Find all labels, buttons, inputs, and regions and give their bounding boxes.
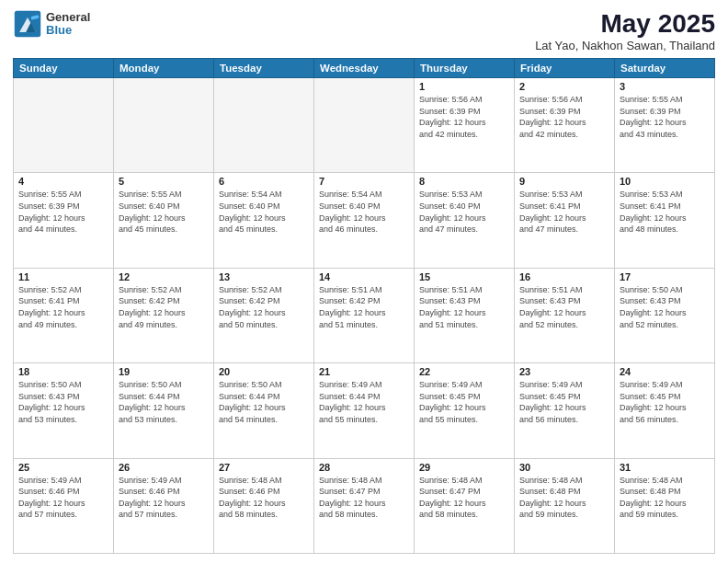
page-header: General Blue May 2025 Lat Yao, Nakhon Sa… [13, 9, 715, 52]
day-info: Sunrise: 5:56 AM Sunset: 6:39 PM Dayligh… [419, 94, 509, 140]
calendar-cell: 20Sunrise: 5:50 AM Sunset: 6:44 PM Dayli… [214, 363, 314, 458]
col-thursday: Thursday [415, 59, 515, 78]
day-number: 6 [219, 176, 309, 187]
col-sunday: Sunday [14, 59, 114, 78]
calendar-cell [14, 78, 114, 173]
calendar-cell: 26Sunrise: 5:49 AM Sunset: 6:46 PM Dayli… [114, 458, 214, 553]
calendar-cell: 10Sunrise: 5:53 AM Sunset: 6:41 PM Dayli… [615, 173, 715, 268]
day-number: 1 [419, 81, 509, 92]
day-info: Sunrise: 5:49 AM Sunset: 6:46 PM Dayligh… [18, 475, 108, 521]
calendar-cell: 6Sunrise: 5:54 AM Sunset: 6:40 PM Daylig… [214, 173, 314, 268]
logo-blue: Blue [46, 24, 90, 37]
day-number: 29 [419, 462, 509, 473]
day-number: 14 [319, 271, 409, 282]
logo-general: General [46, 11, 90, 24]
day-info: Sunrise: 5:49 AM Sunset: 6:46 PM Dayligh… [119, 475, 209, 521]
col-friday: Friday [515, 59, 615, 78]
day-info: Sunrise: 5:55 AM Sunset: 6:39 PM Dayligh… [18, 189, 108, 235]
calendar-cell: 21Sunrise: 5:49 AM Sunset: 6:44 PM Dayli… [314, 363, 415, 458]
calendar-cell [314, 78, 415, 173]
calendar: Sunday Monday Tuesday Wednesday Thursday… [13, 58, 715, 554]
day-number: 28 [319, 462, 409, 473]
day-number: 4 [18, 176, 108, 187]
calendar-cell [114, 78, 214, 173]
calendar-cell: 16Sunrise: 5:51 AM Sunset: 6:43 PM Dayli… [515, 268, 615, 362]
calendar-cell: 30Sunrise: 5:48 AM Sunset: 6:48 PM Dayli… [515, 458, 615, 553]
day-info: Sunrise: 5:50 AM Sunset: 6:43 PM Dayligh… [18, 379, 108, 425]
day-number: 26 [119, 462, 209, 473]
day-info: Sunrise: 5:49 AM Sunset: 6:45 PM Dayligh… [419, 379, 509, 425]
calendar-cell: 3Sunrise: 5:55 AM Sunset: 6:39 PM Daylig… [615, 78, 715, 173]
title-block: May 2025 Lat Yao, Nakhon Sawan, Thailand [535, 9, 715, 52]
day-number: 7 [319, 176, 409, 187]
day-number: 21 [319, 366, 409, 377]
calendar-week-1: 1Sunrise: 5:56 AM Sunset: 6:39 PM Daylig… [14, 78, 715, 173]
calendar-header-row: Sunday Monday Tuesday Wednesday Thursday… [14, 59, 715, 78]
day-info: Sunrise: 5:49 AM Sunset: 6:45 PM Dayligh… [620, 379, 710, 425]
day-info: Sunrise: 5:49 AM Sunset: 6:44 PM Dayligh… [319, 379, 409, 425]
calendar-cell [214, 78, 314, 173]
calendar-cell: 4Sunrise: 5:55 AM Sunset: 6:39 PM Daylig… [14, 173, 114, 268]
day-number: 11 [18, 271, 108, 282]
day-info: Sunrise: 5:53 AM Sunset: 6:41 PM Dayligh… [519, 189, 609, 235]
day-info: Sunrise: 5:51 AM Sunset: 6:43 PM Dayligh… [519, 284, 609, 330]
calendar-week-2: 4Sunrise: 5:55 AM Sunset: 6:39 PM Daylig… [14, 173, 715, 268]
calendar-cell: 23Sunrise: 5:49 AM Sunset: 6:45 PM Dayli… [515, 363, 615, 458]
col-monday: Monday [114, 59, 214, 78]
calendar-week-4: 18Sunrise: 5:50 AM Sunset: 6:43 PM Dayli… [14, 363, 715, 458]
calendar-cell: 24Sunrise: 5:49 AM Sunset: 6:45 PM Dayli… [615, 363, 715, 458]
day-number: 31 [620, 462, 710, 473]
calendar-cell: 1Sunrise: 5:56 AM Sunset: 6:39 PM Daylig… [415, 78, 515, 173]
day-number: 15 [419, 271, 509, 282]
calendar-cell: 18Sunrise: 5:50 AM Sunset: 6:43 PM Dayli… [14, 363, 114, 458]
day-number: 2 [519, 81, 609, 92]
day-info: Sunrise: 5:48 AM Sunset: 6:48 PM Dayligh… [519, 475, 609, 521]
day-info: Sunrise: 5:55 AM Sunset: 6:39 PM Dayligh… [620, 94, 710, 140]
day-info: Sunrise: 5:53 AM Sunset: 6:40 PM Dayligh… [419, 189, 509, 235]
day-number: 12 [119, 271, 209, 282]
day-number: 13 [219, 271, 309, 282]
calendar-cell: 17Sunrise: 5:50 AM Sunset: 6:43 PM Dayli… [615, 268, 715, 362]
day-info: Sunrise: 5:50 AM Sunset: 6:44 PM Dayligh… [219, 379, 309, 425]
day-number: 30 [519, 462, 609, 473]
day-number: 3 [620, 81, 710, 92]
day-info: Sunrise: 5:52 AM Sunset: 6:42 PM Dayligh… [219, 284, 309, 330]
day-number: 17 [620, 271, 710, 282]
col-tuesday: Tuesday [214, 59, 314, 78]
day-info: Sunrise: 5:52 AM Sunset: 6:41 PM Dayligh… [18, 284, 108, 330]
day-info: Sunrise: 5:52 AM Sunset: 6:42 PM Dayligh… [119, 284, 209, 330]
calendar-cell: 15Sunrise: 5:51 AM Sunset: 6:43 PM Dayli… [415, 268, 515, 362]
month-title: May 2025 [535, 9, 715, 39]
day-number: 16 [519, 271, 609, 282]
day-number: 8 [419, 176, 509, 187]
logo-text: General Blue [46, 11, 90, 38]
day-number: 19 [119, 366, 209, 377]
day-info: Sunrise: 5:51 AM Sunset: 6:42 PM Dayligh… [319, 284, 409, 330]
day-number: 20 [219, 366, 309, 377]
day-number: 24 [620, 366, 710, 377]
logo: General Blue [13, 9, 90, 39]
calendar-week-5: 25Sunrise: 5:49 AM Sunset: 6:46 PM Dayli… [14, 458, 715, 553]
calendar-cell: 8Sunrise: 5:53 AM Sunset: 6:40 PM Daylig… [415, 173, 515, 268]
calendar-cell: 25Sunrise: 5:49 AM Sunset: 6:46 PM Dayli… [14, 458, 114, 553]
col-wednesday: Wednesday [314, 59, 415, 78]
col-saturday: Saturday [615, 59, 715, 78]
day-info: Sunrise: 5:48 AM Sunset: 6:47 PM Dayligh… [419, 475, 509, 521]
calendar-cell: 7Sunrise: 5:54 AM Sunset: 6:40 PM Daylig… [314, 173, 415, 268]
day-info: Sunrise: 5:55 AM Sunset: 6:40 PM Dayligh… [119, 189, 209, 235]
logo-icon [13, 9, 42, 39]
calendar-cell: 9Sunrise: 5:53 AM Sunset: 6:41 PM Daylig… [515, 173, 615, 268]
location: Lat Yao, Nakhon Sawan, Thailand [535, 39, 715, 52]
day-number: 10 [620, 176, 710, 187]
day-info: Sunrise: 5:49 AM Sunset: 6:45 PM Dayligh… [519, 379, 609, 425]
day-info: Sunrise: 5:53 AM Sunset: 6:41 PM Dayligh… [620, 189, 710, 235]
day-info: Sunrise: 5:50 AM Sunset: 6:44 PM Dayligh… [119, 379, 209, 425]
calendar-cell: 27Sunrise: 5:48 AM Sunset: 6:46 PM Dayli… [214, 458, 314, 553]
calendar-cell: 12Sunrise: 5:52 AM Sunset: 6:42 PM Dayli… [114, 268, 214, 362]
day-info: Sunrise: 5:50 AM Sunset: 6:43 PM Dayligh… [620, 284, 710, 330]
calendar-cell: 14Sunrise: 5:51 AM Sunset: 6:42 PM Dayli… [314, 268, 415, 362]
day-number: 5 [119, 176, 209, 187]
calendar-week-3: 11Sunrise: 5:52 AM Sunset: 6:41 PM Dayli… [14, 268, 715, 362]
day-info: Sunrise: 5:51 AM Sunset: 6:43 PM Dayligh… [419, 284, 509, 330]
calendar-cell: 11Sunrise: 5:52 AM Sunset: 6:41 PM Dayli… [14, 268, 114, 362]
